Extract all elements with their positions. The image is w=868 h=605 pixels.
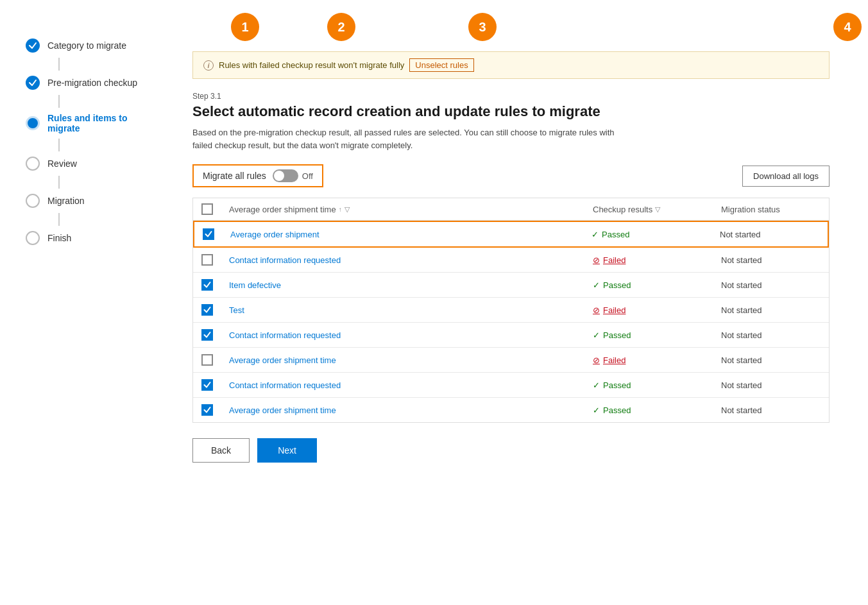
row-status-7: Not started xyxy=(713,380,829,390)
info-icon: i xyxy=(203,60,214,71)
row-name-8[interactable]: Average order shipment time xyxy=(221,405,585,415)
step-icon-migration xyxy=(26,194,40,208)
toggle-track[interactable] xyxy=(273,169,298,182)
checkbox-checked-5[interactable] xyxy=(201,329,213,341)
step-icon-finish xyxy=(26,231,40,245)
sidebar-label-rules: Rules and items to migrate xyxy=(47,113,160,133)
row-checkup-2: ⊘ Failed xyxy=(585,255,713,265)
row-checkup-3: ✓ Passed xyxy=(585,280,713,290)
th-status: Migration status xyxy=(713,205,829,214)
toggle-thumb xyxy=(274,171,284,181)
row-checkbox-5[interactable] xyxy=(193,329,221,341)
row-name-4[interactable]: Test xyxy=(221,305,585,315)
th-checkup: Checkup results ▽ xyxy=(585,205,713,214)
migrate-toggle-group: Migrate all rules Off xyxy=(192,164,323,187)
table-row: Test ⊘ Failed Not started xyxy=(193,298,829,323)
row-checkup-7: ✓ Passed xyxy=(585,380,713,390)
row-name-2[interactable]: Contact information requested xyxy=(221,255,585,265)
download-all-logs-button[interactable]: Download all logs xyxy=(742,166,830,187)
sidebar-item-migration[interactable]: Migration xyxy=(26,194,160,208)
alert-banner: i Rules with failed checkup result won't… xyxy=(192,51,830,79)
main-content: 1 2 3 4 i Rules with failed checkup resu… xyxy=(180,0,868,605)
footer-buttons: Back Next xyxy=(192,438,830,463)
sidebar-item-rules[interactable]: Rules and items to migrate xyxy=(26,113,160,133)
row-checkup-8: ✓ Passed xyxy=(585,405,713,415)
row-status-8: Not started xyxy=(713,405,829,415)
row-checkup-1: ✓ Passed xyxy=(584,230,712,239)
checkbox-checked-8[interactable] xyxy=(201,404,213,416)
header-checkbox[interactable] xyxy=(201,203,213,215)
back-button[interactable]: Back xyxy=(192,438,250,463)
row-checkup-4: ⊘ Failed xyxy=(585,305,713,315)
sidebar-item-review[interactable]: Review xyxy=(26,157,160,171)
annotation-4: 4 xyxy=(833,13,862,41)
row-checkbox-3[interactable] xyxy=(193,279,221,291)
sidebar-item-category[interactable]: Category to migrate xyxy=(26,38,160,53)
row-checkbox-6[interactable] xyxy=(193,354,221,366)
row-status-2: Not started xyxy=(713,255,829,265)
table-row: Contact information requested ⊘ Failed N… xyxy=(193,248,829,273)
row-name-1[interactable]: Average order shipment xyxy=(223,230,584,239)
status-failed-4[interactable]: ⊘ Failed xyxy=(593,305,706,315)
step-description: Based on the pre-migration checkup resul… xyxy=(192,126,629,151)
unselect-rules-button[interactable]: Unselect rules xyxy=(409,58,473,72)
rules-table: Average order shipment time ↑ ▽ Checkup … xyxy=(192,198,830,423)
filter-icon-name[interactable]: ▽ xyxy=(345,205,350,214)
row-name-5[interactable]: Contact information requested xyxy=(221,330,585,340)
migrate-all-label: Migrate all rules xyxy=(203,171,266,181)
toggle-switch[interactable]: Off xyxy=(273,169,313,182)
table-row: Item defective ✓ Passed Not started xyxy=(193,273,829,298)
row-checkbox-8[interactable] xyxy=(193,404,221,416)
row-name-6[interactable]: Average order shipment time xyxy=(221,355,585,365)
row-checkbox-1[interactable] xyxy=(194,228,223,240)
table-row: Contact information requested ✓ Passed N… xyxy=(193,323,829,348)
checkbox-checked-1[interactable] xyxy=(203,228,214,240)
table-row: Average order shipment ✓ Passed Not star… xyxy=(193,221,829,248)
status-passed-7: ✓ Passed xyxy=(593,380,706,390)
table-header: Average order shipment time ↑ ▽ Checkup … xyxy=(193,198,829,221)
step-icon-category xyxy=(26,38,40,53)
status-failed-2[interactable]: ⊘ Failed xyxy=(593,255,706,265)
sidebar-label-finish: Finish xyxy=(47,233,71,243)
status-passed-1: ✓ Passed xyxy=(591,230,704,239)
row-name-3[interactable]: Item defective xyxy=(221,280,585,290)
status-failed-6[interactable]: ⊘ Failed xyxy=(593,355,706,365)
row-status-1: Not started xyxy=(712,230,828,239)
checkbox-checked-3[interactable] xyxy=(201,279,213,291)
th-name: Average order shipment time ↑ ▽ xyxy=(221,205,585,214)
row-status-6: Not started xyxy=(713,355,829,365)
checkbox-unchecked-2[interactable] xyxy=(201,254,213,266)
step-icon-rules xyxy=(26,116,40,130)
table-row: Average order shipment time ✓ Passed Not… xyxy=(193,398,829,422)
filter-icon-checkup[interactable]: ▽ xyxy=(655,205,660,214)
sidebar-item-premigration[interactable]: Pre-migration checkup xyxy=(26,76,160,90)
row-checkbox-4[interactable] xyxy=(193,304,221,316)
alert-text: Rules with failed checkup result won't m… xyxy=(219,60,404,70)
row-checkup-5: ✓ Passed xyxy=(585,330,713,340)
th-checkbox[interactable] xyxy=(193,203,221,215)
table-row: Average order shipment time ⊘ Failed Not… xyxy=(193,348,829,373)
annotation-3: 3 xyxy=(468,13,497,41)
status-passed-3: ✓ Passed xyxy=(593,280,706,290)
sidebar: Category to migrate Pre-migration checku… xyxy=(0,0,180,605)
sidebar-label-review: Review xyxy=(47,158,77,169)
sidebar-label-premigration: Pre-migration checkup xyxy=(47,78,137,88)
row-name-7[interactable]: Contact information requested xyxy=(221,380,585,390)
row-status-5: Not started xyxy=(713,330,829,340)
annotation-1: 1 xyxy=(231,13,259,41)
next-button[interactable]: Next xyxy=(257,438,317,463)
controls-row: Migrate all rules Off Download all logs xyxy=(192,164,830,187)
sort-icon[interactable]: ↑ xyxy=(339,206,342,213)
checkbox-checked-4[interactable] xyxy=(201,304,213,316)
step-label: Step 3.1 xyxy=(192,92,830,101)
step-title: Select automatic record creation and upd… xyxy=(192,103,830,120)
toggle-state: Off xyxy=(302,171,313,181)
row-checkbox-2[interactable] xyxy=(193,254,221,266)
checkbox-checked-7[interactable] xyxy=(201,379,213,391)
table-row: Contact information requested ✓ Passed N… xyxy=(193,373,829,398)
checkbox-unchecked-6[interactable] xyxy=(201,354,213,366)
sidebar-item-finish[interactable]: Finish xyxy=(26,231,160,245)
row-status-4: Not started xyxy=(713,305,829,315)
row-checkbox-7[interactable] xyxy=(193,379,221,391)
row-status-3: Not started xyxy=(713,280,829,290)
